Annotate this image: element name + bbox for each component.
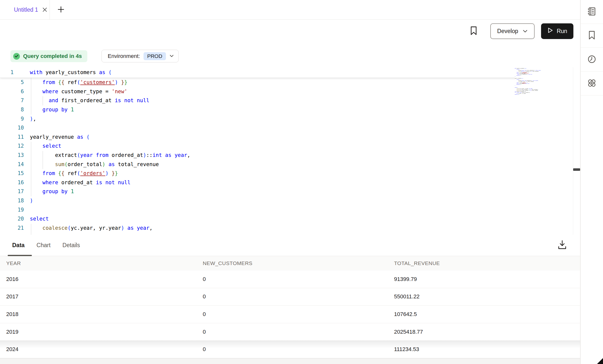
tab-untitled-1[interactable]: Untitled 1 (0, 0, 50, 19)
query-status-text: Query completed in 4s (23, 53, 82, 59)
develop-label: Develop (497, 28, 518, 35)
notebook-icon (587, 6, 597, 17)
line-number: 18 (0, 198, 24, 204)
play-icon (547, 27, 553, 35)
environment-selector[interactable]: Environment: PROD (101, 50, 179, 62)
results-tab-chart[interactable]: Chart (37, 242, 50, 249)
line-number: 12 (0, 143, 24, 149)
column-header-new_customers: NEW_CUSTOMERS (203, 260, 394, 266)
table-row-2019: 201902025418.77 (0, 323, 580, 341)
table-cell: 2019 (6, 329, 203, 335)
run-label: Run (557, 28, 567, 35)
code-line-21[interactable]: 21 coalesce(yc.year, yr.year) as year, (0, 224, 512, 233)
indent-guide (31, 224, 31, 235)
dbt-logo-icon (587, 78, 597, 89)
table-cell: 0 (203, 346, 394, 353)
code-line-13[interactable]: 13 extract(year from ordered_at)::int as… (0, 151, 512, 160)
code-line-8[interactable]: 8 group by 1 (0, 105, 512, 114)
line-number: 15 (0, 170, 24, 176)
code-line-15[interactable]: 15 from {{ ref('orders') }} (0, 169, 512, 178)
line-number: 20 (0, 216, 24, 222)
indent-guide (31, 142, 31, 196)
line-number: 14 (0, 161, 24, 167)
environment-value-chip: PROD (144, 52, 166, 60)
query-status-badge: Query completed in 4s (10, 50, 87, 62)
code-line-12[interactable]: 12 select (0, 141, 512, 151)
right-icon-rail (580, 0, 603, 364)
table-row-2024: 20240111234.53 (0, 341, 580, 358)
code-line-1[interactable]: 1with yearly_customers as ( (0, 67, 512, 78)
line-number: 5 (0, 79, 24, 85)
line-number: 8 (0, 107, 24, 113)
sql-code-editor[interactable]: 5 from {{ ref('customers') }}6 where cus… (0, 67, 580, 235)
table-body: 2016091399.7920170550011.2220180107642.5… (0, 271, 580, 358)
table-row-2016: 2016091399.79 (0, 271, 580, 288)
horizontal-scrollbar-track[interactable] (0, 358, 580, 364)
code-line-17[interactable]: 17 group by 1 (0, 187, 512, 196)
status-row: Query completed in 4s Environment: PROD (0, 43, 580, 67)
rail-item-history[interactable] (581, 48, 603, 72)
ref-link[interactable]: 'orders' (80, 170, 105, 176)
code-line-5[interactable]: 5 from {{ ref('customers') }} (0, 78, 512, 87)
develop-dropdown-button[interactable]: Develop (490, 23, 535, 39)
bookmark-button[interactable] (470, 26, 477, 37)
resize-corner-grip[interactable] (597, 358, 603, 364)
line-number: 6 (0, 89, 24, 94)
code-line-14[interactable]: 14 sum(order_total) as total_revenue (0, 160, 512, 169)
results-tab-data[interactable]: Data (12, 242, 25, 249)
run-button[interactable]: Run (541, 23, 573, 39)
table-cell: 2016 (6, 276, 203, 282)
rail-item-dbt[interactable] (581, 72, 603, 95)
table-row-2018: 20180107642.5 (0, 306, 580, 323)
ref-link[interactable]: 'customers' (80, 79, 115, 85)
results-tab-details[interactable]: Details (62, 242, 80, 249)
check-circle-icon (13, 53, 20, 60)
active-tab-underline (8, 255, 32, 256)
toolbar: Develop Run (0, 20, 580, 43)
line-number: 11 (0, 134, 24, 140)
minimap[interactable]: with yearly_customers as ( select extrac… (515, 68, 544, 98)
table-cell: 0 (203, 329, 394, 335)
rail-item-bookmarks[interactable] (581, 24, 603, 48)
code-line-6[interactable]: 6 where customer_type = 'new' (0, 87, 512, 96)
history-clock-icon (587, 54, 597, 65)
table-cell: 0 (203, 276, 394, 282)
line-number: 7 (0, 97, 24, 103)
code-line-11[interactable]: 11yearly_revenue as ( (0, 133, 512, 142)
environment-label: Environment: (108, 53, 140, 59)
line-number: 9 (0, 116, 24, 122)
close-icon[interactable] (42, 7, 48, 12)
code-line-10[interactable]: 10 (0, 123, 512, 133)
code-line-19[interactable]: 19 (0, 205, 512, 214)
results-panel: DataChartDetails YEARNEW_CUSTOMERSTOTAL_… (0, 235, 580, 364)
scrollbar-thumb[interactable] (573, 168, 580, 171)
indent-guide (43, 151, 43, 169)
column-header-total_revenue: TOTAL_REVENUE (394, 260, 580, 266)
scrollbar-track[interactable] (573, 67, 580, 235)
sticky-scroll-line[interactable]: 1with yearly_customers as ( (0, 67, 519, 78)
plus-icon (57, 6, 64, 14)
table-cell: 0 (203, 293, 394, 300)
new-tab-button[interactable] (50, 0, 72, 19)
download-button[interactable] (557, 240, 568, 251)
rail-item-notebook[interactable] (581, 0, 603, 24)
table-cell: 91399.79 (394, 276, 580, 282)
tab-label: Untitled 1 (14, 6, 38, 13)
table-row-2017: 20170550011.22 (0, 288, 580, 306)
results-tab-bar: DataChartDetails (0, 235, 580, 256)
chevron-down-icon (523, 28, 528, 35)
bookmark-icon (588, 30, 596, 41)
code-line-7[interactable]: 7 and first_ordered_at is not null (0, 96, 512, 105)
indent-guide (43, 96, 43, 105)
line-number: 10 (0, 125, 24, 131)
table-cell: 550011.22 (394, 293, 580, 300)
chevron-down-icon (169, 54, 174, 58)
table-cell: 2017 (6, 293, 203, 300)
code-line-18[interactable]: 18) (0, 196, 512, 205)
code-line-22[interactable]: 22 coalesce(yc.new_customers, 0) as new_… (0, 232, 512, 235)
code-line-20[interactable]: 20select (0, 214, 512, 224)
code-line-16[interactable]: 16 where ordered_at is not null (0, 178, 512, 187)
table-cell: 2024 (6, 346, 203, 353)
code-line-9[interactable]: 9), (0, 114, 512, 123)
tab-bar: Untitled 1 (0, 0, 580, 20)
